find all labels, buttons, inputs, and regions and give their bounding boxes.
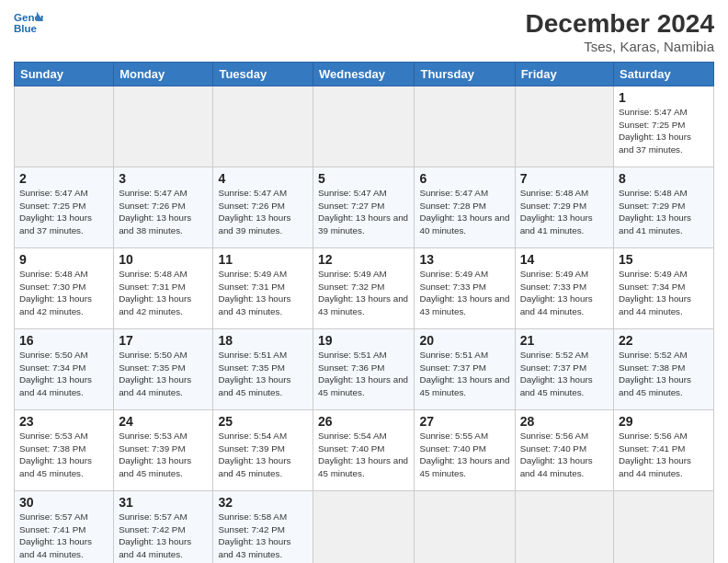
day-info: Sunrise: 5:58 AMSunset: 7:42 PMDaylight:… <box>218 511 308 561</box>
calendar-day-cell: 15Sunrise: 5:49 AMSunset: 7:34 PMDayligh… <box>614 248 714 329</box>
daylight-info: Daylight: 13 hours and 43 minutes. <box>419 293 509 316</box>
logo-icon: General Blue <box>14 9 43 35</box>
day-number: 9 <box>19 252 108 267</box>
day-number: 21 <box>520 333 609 348</box>
daylight-info: Daylight: 13 hours and 45 minutes. <box>419 374 509 397</box>
day-info: Sunrise: 5:51 AMSunset: 7:35 PMDaylight:… <box>218 349 308 399</box>
daylight-info: Daylight: 13 hours and 38 minutes. <box>119 213 191 236</box>
sunrise-time: Sunrise: 5:47 AM <box>619 107 688 117</box>
sunrise-time: Sunrise: 5:56 AM <box>520 431 589 441</box>
daylight-info: Daylight: 13 hours and 43 minutes. <box>218 536 290 559</box>
daylight-info: Daylight: 13 hours and 44 minutes. <box>520 455 593 478</box>
daylight-info: Daylight: 13 hours and 45 minutes. <box>19 455 92 478</box>
day-info: Sunrise: 5:48 AMSunset: 7:29 PMDaylight:… <box>520 187 609 237</box>
sunrise-time: Sunrise: 5:49 AM <box>419 269 488 279</box>
sunrise-time: Sunrise: 5:54 AM <box>318 431 387 441</box>
sunset-time: Sunset: 7:35 PM <box>218 362 284 373</box>
sunrise-time: Sunrise: 5:48 AM <box>520 188 589 198</box>
day-number: 28 <box>520 414 609 429</box>
day-number: 17 <box>119 333 208 348</box>
day-info: Sunrise: 5:56 AMSunset: 7:40 PMDaylight:… <box>520 430 609 480</box>
day-number: 6 <box>419 171 509 186</box>
daylight-info: Daylight: 13 hours and 37 minutes. <box>619 132 691 155</box>
col-friday: Friday <box>515 63 613 86</box>
sunrise-time: Sunrise: 5:51 AM <box>318 350 387 360</box>
daylight-info: Daylight: 13 hours and 45 minutes. <box>318 374 408 397</box>
daylight-info: Daylight: 13 hours and 44 minutes. <box>119 374 191 397</box>
sunrise-time: Sunrise: 5:54 AM <box>218 431 287 441</box>
sunrise-time: Sunrise: 5:49 AM <box>619 269 688 279</box>
day-info: Sunrise: 5:53 AMSunset: 7:38 PMDaylight:… <box>19 430 108 480</box>
day-number: 8 <box>619 171 709 186</box>
daylight-info: Daylight: 13 hours and 45 minutes. <box>520 374 593 397</box>
daylight-info: Daylight: 13 hours and 45 minutes. <box>218 374 290 397</box>
day-info: Sunrise: 5:51 AMSunset: 7:36 PMDaylight:… <box>318 349 409 399</box>
calendar-day-cell: 19Sunrise: 5:51 AMSunset: 7:36 PMDayligh… <box>313 329 415 410</box>
day-info: Sunrise: 5:49 AMSunset: 7:34 PMDaylight:… <box>619 268 709 318</box>
day-number: 29 <box>619 414 709 429</box>
calendar-empty-cell <box>415 86 515 167</box>
daylight-info: Daylight: 13 hours and 42 minutes. <box>19 293 92 316</box>
day-info: Sunrise: 5:51 AMSunset: 7:37 PMDaylight:… <box>419 349 509 399</box>
day-info: Sunrise: 5:47 AMSunset: 7:28 PMDaylight:… <box>419 187 509 237</box>
daylight-info: Daylight: 13 hours and 45 minutes. <box>318 455 408 478</box>
calendar-day-cell: 20Sunrise: 5:51 AMSunset: 7:37 PMDayligh… <box>415 329 515 410</box>
sunset-time: Sunset: 7:42 PM <box>218 524 284 534</box>
calendar-day-cell: 9Sunrise: 5:48 AMSunset: 7:30 PMDaylight… <box>15 248 114 329</box>
sunrise-time: Sunrise: 5:53 AM <box>119 431 188 441</box>
sunset-time: Sunset: 7:33 PM <box>419 282 485 292</box>
sunrise-time: Sunrise: 5:51 AM <box>218 350 287 360</box>
day-number: 30 <box>19 495 108 510</box>
daylight-info: Daylight: 13 hours and 43 minutes. <box>218 293 290 316</box>
sunrise-time: Sunrise: 5:47 AM <box>218 188 287 198</box>
daylight-info: Daylight: 13 hours and 39 minutes. <box>318 213 408 236</box>
calendar-day-cell: 27Sunrise: 5:55 AMSunset: 7:40 PMDayligh… <box>415 410 515 491</box>
daylight-info: Daylight: 13 hours and 44 minutes. <box>520 293 593 316</box>
page-container: General Blue December 2024 Tses, Karas, … <box>0 0 728 563</box>
calendar-day-cell: 30Sunrise: 5:57 AMSunset: 7:41 PMDayligh… <box>15 491 114 564</box>
day-number: 20 <box>419 333 509 348</box>
col-sunday: Sunday <box>15 63 114 86</box>
day-number: 31 <box>119 495 208 510</box>
sunset-time: Sunset: 7:38 PM <box>19 443 85 454</box>
sunrise-time: Sunrise: 5:49 AM <box>218 269 287 279</box>
sunset-time: Sunset: 7:28 PM <box>419 201 485 211</box>
calendar-empty-cell <box>614 491 714 564</box>
sunset-time: Sunset: 7:41 PM <box>19 524 85 534</box>
day-info: Sunrise: 5:49 AMSunset: 7:33 PMDaylight:… <box>419 268 509 318</box>
calendar-empty-cell <box>313 491 415 564</box>
day-number: 3 <box>119 171 208 186</box>
calendar-empty-cell <box>515 86 613 167</box>
daylight-info: Daylight: 13 hours and 44 minutes. <box>619 455 691 478</box>
daylight-info: Daylight: 13 hours and 42 minutes. <box>119 293 191 316</box>
day-info: Sunrise: 5:49 AMSunset: 7:31 PMDaylight:… <box>218 268 308 318</box>
sunset-time: Sunset: 7:34 PM <box>619 282 685 292</box>
sunset-time: Sunset: 7:42 PM <box>119 524 185 534</box>
day-info: Sunrise: 5:47 AMSunset: 7:25 PMDaylight:… <box>619 106 709 156</box>
calendar-day-cell: 5Sunrise: 5:47 AMSunset: 7:27 PMDaylight… <box>313 167 415 248</box>
calendar-day-cell: 3Sunrise: 5:47 AMSunset: 7:26 PMDaylight… <box>114 167 213 248</box>
calendar-week-row: 30Sunrise: 5:57 AMSunset: 7:41 PMDayligh… <box>15 491 714 564</box>
daylight-info: Daylight: 13 hours and 45 minutes. <box>619 374 691 397</box>
day-info: Sunrise: 5:48 AMSunset: 7:30 PMDaylight:… <box>19 268 108 318</box>
col-wednesday: Wednesday <box>313 63 415 86</box>
calendar-day-cell: 8Sunrise: 5:48 AMSunset: 7:29 PMDaylight… <box>614 167 714 248</box>
sunset-time: Sunset: 7:40 PM <box>419 443 485 454</box>
calendar-day-cell: 7Sunrise: 5:48 AMSunset: 7:29 PMDaylight… <box>515 167 613 248</box>
sunset-time: Sunset: 7:31 PM <box>119 282 185 292</box>
daylight-info: Daylight: 13 hours and 44 minutes. <box>619 293 691 316</box>
calendar-empty-cell <box>213 86 313 167</box>
sunset-time: Sunset: 7:26 PM <box>119 201 185 211</box>
daylight-info: Daylight: 13 hours and 37 minutes. <box>19 213 92 236</box>
day-number: 13 <box>419 252 509 267</box>
calendar-day-cell: 18Sunrise: 5:51 AMSunset: 7:35 PMDayligh… <box>213 329 313 410</box>
calendar-day-cell: 10Sunrise: 5:48 AMSunset: 7:31 PMDayligh… <box>114 248 213 329</box>
calendar-table: Sunday Monday Tuesday Wednesday Thursday… <box>14 62 714 563</box>
day-number: 19 <box>318 333 409 348</box>
calendar-day-cell: 21Sunrise: 5:52 AMSunset: 7:37 PMDayligh… <box>515 329 613 410</box>
day-number: 18 <box>218 333 308 348</box>
day-number: 22 <box>619 333 709 348</box>
calendar-day-cell: 13Sunrise: 5:49 AMSunset: 7:33 PMDayligh… <box>415 248 515 329</box>
day-info: Sunrise: 5:49 AMSunset: 7:32 PMDaylight:… <box>318 268 409 318</box>
sunrise-time: Sunrise: 5:49 AM <box>520 269 589 279</box>
